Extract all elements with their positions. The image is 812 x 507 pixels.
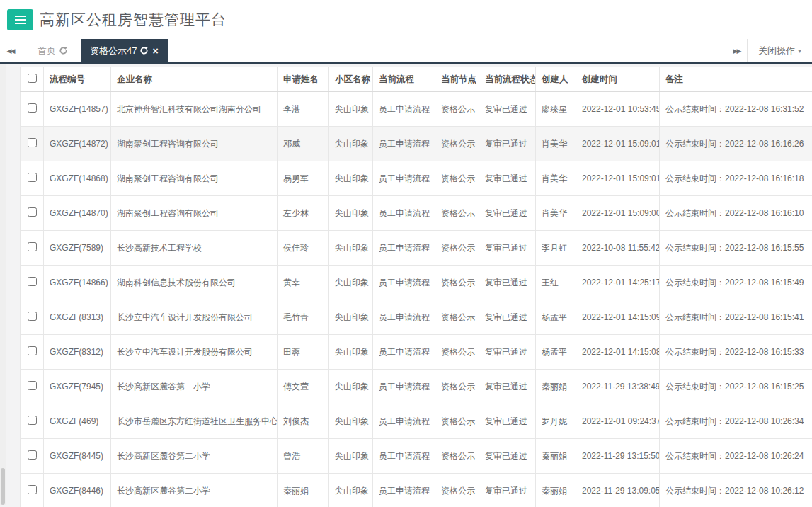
table-row[interactable]: GXGZF(8446)长沙高新区麓谷第二小学秦丽娟尖山印象员工申请流程资格公示复… xyxy=(21,474,812,507)
row-checkbox[interactable] xyxy=(28,485,37,494)
table-row[interactable]: GXGZF(14870)湖南聚创工程咨询有限公司左少林尖山印象员工申请流程资格公… xyxy=(21,196,812,231)
cell-created-at: 2022-12-01 15:09:00 xyxy=(576,196,660,231)
cell-creator: 肖美华 xyxy=(536,127,576,161)
cell-community: 尖山印象 xyxy=(329,474,373,507)
cell-node: 资格公示 xyxy=(435,127,479,161)
menu-toggle-button[interactable] xyxy=(7,9,33,30)
cell-created-at: 2022-12-01 10:53:45 xyxy=(576,92,660,127)
cell-community: 尖山印象 xyxy=(329,404,373,439)
cell-remark: 公示结束时间：2022-12-08 10:26:24 xyxy=(660,439,812,474)
process-table: 流程编号企业名称申请姓名小区名称当前流程当前节点当前流程状态创建人创建时间备注 … xyxy=(20,67,812,507)
row-checkbox[interactable] xyxy=(28,242,37,251)
cell-node: 资格公示 xyxy=(435,404,479,439)
table-row[interactable]: GXGZF(469)长沙市岳麓区东方红街道社区卫生服务中心刘俊杰尖山印象员工申请… xyxy=(21,404,812,439)
table-row[interactable]: GXGZF(8445)长沙高新区麓谷第二小学曾浩尖山印象员工申请流程资格公示复审… xyxy=(21,439,812,474)
cell-process-no: GXGZF(7589) xyxy=(44,231,111,266)
row-checkbox-cell xyxy=(21,474,44,507)
cell-remark: 公示结束时间：2022-12-08 10:26:34 xyxy=(660,404,812,439)
tab-home[interactable]: 首页 xyxy=(28,39,76,62)
row-checkbox-cell xyxy=(21,300,44,335)
row-checkbox[interactable] xyxy=(28,381,37,390)
column-header: 企业名称 xyxy=(111,67,278,92)
cell-node: 资格公示 xyxy=(435,161,479,196)
cell-node: 资格公示 xyxy=(435,474,479,507)
cell-applicant: 李湛 xyxy=(278,92,329,127)
tab-qualification-label: 资格公示47 xyxy=(90,45,137,57)
cell-community: 尖山印象 xyxy=(329,335,373,370)
row-checkbox[interactable] xyxy=(28,450,37,460)
scroll-tabs-left-button[interactable]: ◀◀ xyxy=(0,39,21,62)
table-row[interactable]: GXGZF(8312)长沙立中汽车设计开发股份有限公司田蓉尖山印象员工申请流程资… xyxy=(21,335,812,370)
cell-created-at: 2022-12-01 14:25:17 xyxy=(576,266,660,300)
cell-status: 复审已通过 xyxy=(479,92,536,127)
row-checkbox-cell xyxy=(21,196,44,231)
table-body: GXGZF(14857)北京神舟智汇科技有限公司湖南分公司李湛尖山印象员工申请流… xyxy=(21,92,812,507)
cell-created-at: 2022-12-01 09:24:37 xyxy=(576,404,660,439)
cell-process-no: GXGZF(8445) xyxy=(44,439,111,474)
cell-created-at: 2022-11-29 13:38:49 xyxy=(576,370,660,404)
row-checkbox-cell xyxy=(21,404,44,439)
cell-applicant: 秦丽娟 xyxy=(278,474,329,507)
cell-remark: 公示结束时间：2022-12-08 16:15:55 xyxy=(660,231,812,266)
cell-remark: 公示结束时间：2022-12-08 16:16:26 xyxy=(660,127,812,161)
row-checkbox[interactable] xyxy=(28,173,37,182)
row-checkbox-cell xyxy=(21,370,44,404)
scroll-tabs-right-button[interactable]: ▶▶ xyxy=(726,39,747,62)
cell-flow: 员工申请流程 xyxy=(373,474,435,507)
row-checkbox[interactable] xyxy=(28,416,37,425)
select-all-checkbox[interactable] xyxy=(28,74,37,83)
cell-creator: 王红 xyxy=(536,266,576,300)
cell-company: 长沙高新技术工程学校 xyxy=(111,231,278,266)
row-checkbox[interactable] xyxy=(28,207,37,217)
page-title: 高新区公租房智慧管理平台 xyxy=(40,10,227,30)
column-header: 当前节点 xyxy=(435,67,479,92)
cell-company: 长沙高新区麓谷第二小学 xyxy=(111,474,278,507)
table-row[interactable]: GXGZF(14868)湖南聚创工程咨询有限公司易勇军尖山印象员工申请流程资格公… xyxy=(21,161,812,196)
left-scrollbar[interactable] xyxy=(0,64,6,505)
tab-home-label: 首页 xyxy=(38,45,56,57)
cell-creator: 杨孟平 xyxy=(536,335,576,370)
cell-community: 尖山印象 xyxy=(329,370,373,404)
close-operations-dropdown[interactable]: 关闭操作 ▾ xyxy=(747,39,812,62)
close-tab-icon[interactable]: × xyxy=(152,46,158,56)
cell-community: 尖山印象 xyxy=(329,266,373,300)
table-row[interactable]: GXGZF(8313)长沙立中汽车设计开发股份有限公司毛竹青尖山印象员工申请流程… xyxy=(21,300,812,335)
table-row[interactable]: GXGZF(7589)长沙高新技术工程学校侯佳玲尖山印象员工申请流程资格公示复审… xyxy=(21,231,812,266)
row-checkbox[interactable] xyxy=(28,277,37,286)
row-checkbox[interactable] xyxy=(28,346,37,355)
cell-flow: 员工申请流程 xyxy=(373,92,435,127)
cell-remark: 公示结束时间：2022-12-08 16:15:25 xyxy=(660,370,812,404)
cell-created-at: 2022-11-29 13:15:50 xyxy=(576,439,660,474)
tab-qualification-publicity[interactable]: 资格公示47 × xyxy=(81,39,168,62)
cell-process-no: GXGZF(14868) xyxy=(44,161,111,196)
table-row[interactable]: GXGZF(14872)湖南聚创工程咨询有限公司邓威尖山印象员工申请流程资格公示… xyxy=(21,127,812,161)
content-area: 流程编号企业名称申请姓名小区名称当前流程当前节点当前流程状态创建人创建时间备注 … xyxy=(0,64,812,505)
cell-remark: 公示结束时间：2022-12-08 16:16:10 xyxy=(660,196,812,231)
cell-created-at: 2022-12-01 15:09:01 xyxy=(576,161,660,196)
cell-process-no: GXGZF(8446) xyxy=(44,474,111,507)
row-checkbox-cell xyxy=(21,231,44,266)
cell-node: 资格公示 xyxy=(435,92,479,127)
cell-status: 复审已通过 xyxy=(479,404,536,439)
cell-community: 尖山印象 xyxy=(329,127,373,161)
row-checkbox[interactable] xyxy=(28,138,37,147)
row-checkbox-cell xyxy=(21,161,44,196)
cell-process-no: GXGZF(7945) xyxy=(44,370,111,404)
cell-flow: 员工申请流程 xyxy=(373,335,435,370)
select-all-cell xyxy=(21,67,44,92)
tab-bar: ◀◀ 首页 资格公示47 × ▶▶ 关闭操作 ▾ xyxy=(0,39,812,64)
cell-flow: 员工申请流程 xyxy=(373,439,435,474)
refresh-icon[interactable] xyxy=(59,47,67,55)
refresh-icon[interactable] xyxy=(140,47,148,55)
tabbar-spacer xyxy=(168,39,726,62)
table-row[interactable]: GXGZF(14857)北京神舟智汇科技有限公司湖南分公司李湛尖山印象员工申请流… xyxy=(21,92,812,127)
cell-flow: 员工申请流程 xyxy=(373,266,435,300)
row-checkbox[interactable] xyxy=(28,312,37,321)
row-checkbox[interactable] xyxy=(28,103,37,113)
cell-community: 尖山印象 xyxy=(329,231,373,266)
cell-flow: 员工申请流程 xyxy=(373,231,435,266)
table-row[interactable]: GXGZF(7945)长沙高新区麓谷第二小学傅文萱尖山印象员工申请流程资格公示复… xyxy=(21,370,812,404)
scrollbar-thumb[interactable] xyxy=(1,468,5,505)
cell-created-at: 2022-10-08 11:55:42 xyxy=(576,231,660,266)
table-row[interactable]: GXGZF(14866)湖南科创信息技术股份有限公司黄幸尖山印象员工申请流程资格… xyxy=(21,266,812,300)
